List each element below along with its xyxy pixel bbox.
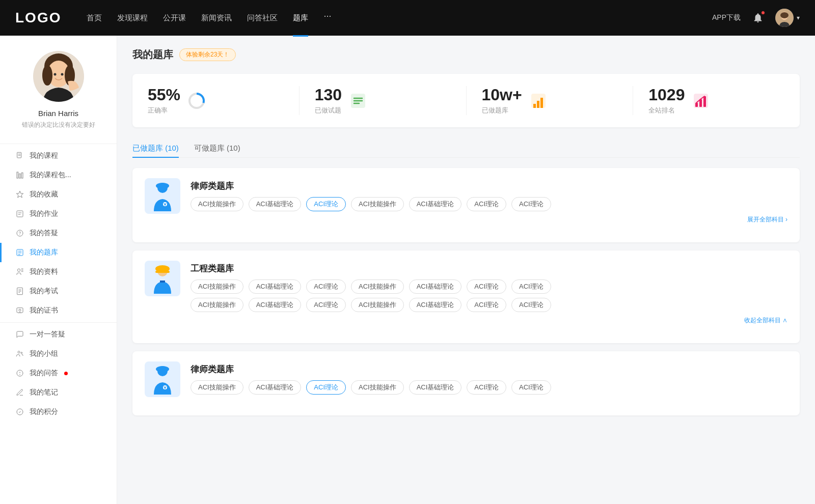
tag[interactable]: ACI基础理论 bbox=[409, 279, 462, 294]
sidebar-item-my-favorites[interactable]: 我的收藏 bbox=[0, 185, 117, 204]
tag[interactable]: ACI技能操作 bbox=[191, 197, 243, 211]
nav-news[interactable]: 新闻资讯 bbox=[201, 11, 232, 25]
tab-available-banks[interactable]: 可做题库 (10) bbox=[194, 139, 240, 157]
sidebar-item-my-profile[interactable]: 我的资料 bbox=[0, 262, 117, 282]
svg-point-35 bbox=[19, 309, 21, 311]
stat-done-banks: 10w+ 已做题库 bbox=[467, 86, 634, 115]
nav-home[interactable]: 首页 bbox=[87, 11, 102, 25]
notes-icon bbox=[15, 388, 24, 397]
tag[interactable]: ACI基础理论 bbox=[249, 298, 302, 312]
tag[interactable]: ACI理论 bbox=[511, 380, 551, 395]
svg-point-64 bbox=[156, 366, 169, 372]
navbar-right: APP下载 ▾ bbox=[712, 9, 800, 27]
list-icon bbox=[349, 92, 367, 110]
tag[interactable]: ACI理论 bbox=[306, 298, 346, 312]
tag[interactable]: ACI基础理论 bbox=[249, 279, 302, 294]
tag[interactable]: ACI技能操作 bbox=[351, 197, 404, 211]
app-download-link[interactable]: APP下载 bbox=[712, 13, 741, 22]
tag[interactable]: ACI技能操作 bbox=[191, 298, 243, 312]
bank-icon bbox=[529, 92, 548, 110]
tag[interactable]: ACI技能操作 bbox=[351, 380, 404, 395]
rank-icon bbox=[692, 92, 710, 110]
sidebar: Brian Harris 错误的决定比没有决定要好 我的课程 我的课程包... … bbox=[0, 36, 117, 504]
bar-icon bbox=[15, 171, 24, 180]
sidebar-item-my-questions[interactable]: ? 我的答疑 bbox=[0, 223, 117, 243]
user-avatar-menu[interactable]: ▾ bbox=[775, 9, 800, 27]
svg-point-57 bbox=[156, 183, 169, 189]
nav-qa[interactable]: 问答社区 bbox=[247, 11, 278, 25]
file-icon bbox=[15, 151, 24, 160]
tag[interactable]: ACI基础理论 bbox=[409, 298, 462, 312]
sidebar-item-label: 我的课程包... bbox=[30, 171, 71, 180]
points-icon bbox=[15, 407, 24, 416]
notification-bell-icon[interactable] bbox=[751, 11, 765, 25]
sidebar-item-my-cert[interactable]: 我的证书 bbox=[0, 301, 117, 320]
sidebar-item-my-notes[interactable]: 我的笔记 bbox=[0, 383, 117, 402]
tag[interactable]: ACI理论 bbox=[467, 380, 506, 395]
sidebar-item-label: 我的答疑 bbox=[30, 229, 58, 238]
tag[interactable]: ACI理论 bbox=[467, 197, 506, 211]
tag[interactable]: ACI理论 bbox=[511, 197, 551, 211]
nav-discover[interactable]: 发现课程 bbox=[117, 11, 148, 25]
trial-badge: 体验剩余23天！ bbox=[179, 48, 236, 61]
stat-rank: 1029 全站排名 bbox=[633, 86, 800, 115]
tag[interactable]: ACI技能操作 bbox=[191, 380, 243, 395]
lawyer-icon-wrap bbox=[145, 178, 180, 214]
tag[interactable]: ACI理论 bbox=[467, 279, 506, 294]
sidebar-item-my-packages[interactable]: 我的课程包... bbox=[0, 165, 117, 185]
svg-rect-50 bbox=[537, 101, 539, 108]
sidebar-item-my-homework[interactable]: 我的作业 bbox=[0, 204, 117, 223]
sidebar-item-label: 我的课程 bbox=[30, 151, 58, 160]
qbank-card-header: 律师类题库 ACI技能操作 ACI基础理论 ACI理论 ACI技能操作 ACI基… bbox=[145, 178, 787, 224]
collapse-link-engineer1[interactable]: 收起全部科目 ∧ bbox=[191, 316, 787, 325]
svg-marker-16 bbox=[16, 191, 23, 198]
tag[interactable]: ACI基础理论 bbox=[409, 380, 462, 395]
qbank-icon bbox=[15, 248, 24, 257]
exam-icon bbox=[15, 287, 24, 296]
tag-selected[interactable]: ACI理论 bbox=[306, 380, 346, 395]
navbar: LOGO 首页 发现课程 公开课 新闻资讯 问答社区 题库 ··· APP下载 bbox=[0, 0, 815, 36]
stat-done-banks-label: 已做题库 bbox=[482, 106, 522, 115]
sidebar-item-my-exam[interactable]: 我的考试 bbox=[0, 282, 117, 301]
expand-link-lawyer1[interactable]: 展开全部科目 › bbox=[191, 215, 787, 224]
svg-point-37 bbox=[21, 352, 22, 354]
stat-done-banks-value: 10w+ bbox=[482, 86, 522, 104]
sidebar-item-my-points[interactable]: 我的积分 bbox=[0, 402, 117, 422]
profile-avatar bbox=[33, 51, 84, 102]
sidebar-item-label: 我的问答 bbox=[30, 369, 58, 378]
engineer-icon-wrap bbox=[145, 261, 180, 296]
svg-point-36 bbox=[18, 351, 20, 353]
svg-rect-15 bbox=[21, 173, 23, 178]
sidebar-item-my-group[interactable]: 我的小组 bbox=[0, 344, 117, 363]
tag[interactable]: ACI理论 bbox=[306, 279, 346, 294]
tab-done-banks[interactable]: 已做题库 (10) bbox=[132, 139, 179, 157]
tag-selected[interactable]: ACI理论 bbox=[306, 197, 346, 211]
tag[interactable]: ACI理论 bbox=[467, 298, 506, 312]
qbank-name-lawyer1: 律师类题库 bbox=[191, 180, 787, 192]
sidebar-item-my-courses[interactable]: 我的课程 bbox=[0, 146, 117, 165]
star-icon bbox=[15, 190, 24, 199]
profile-motto: 错误的决定比没有决定要好 bbox=[14, 121, 103, 129]
qbank-card-lawyer1: 律师类题库 ACI技能操作 ACI基础理论 ACI理论 ACI技能操作 ACI基… bbox=[132, 168, 800, 242]
svg-rect-61 bbox=[155, 271, 170, 273]
nav-more[interactable]: ··· bbox=[323, 11, 331, 25]
tag[interactable]: ACI技能操作 bbox=[351, 279, 404, 294]
homework-icon bbox=[15, 209, 24, 218]
tag[interactable]: ACI基础理论 bbox=[249, 380, 302, 395]
sidebar-item-my-answers[interactable]: 我的问答 bbox=[0, 363, 117, 383]
nav-qbank[interactable]: 题库 bbox=[293, 11, 308, 25]
tag[interactable]: ACI技能操作 bbox=[351, 298, 404, 312]
tag[interactable]: ACI技能操作 bbox=[191, 279, 243, 294]
tag[interactable]: ACI理论 bbox=[511, 279, 551, 294]
tag[interactable]: ACI基础理论 bbox=[249, 197, 302, 211]
sidebar-item-one-on-one[interactable]: 一对一答疑 bbox=[0, 325, 117, 344]
svg-point-9 bbox=[61, 73, 63, 76]
sidebar-item-my-qbank[interactable]: 我的题库 bbox=[0, 243, 117, 262]
tag[interactable]: ACI理论 bbox=[511, 298, 551, 312]
logo: LOGO bbox=[15, 10, 61, 26]
pie-icon bbox=[187, 92, 206, 110]
svg-point-8 bbox=[53, 73, 56, 76]
tag[interactable]: ACI基础理论 bbox=[409, 197, 462, 211]
group-icon bbox=[15, 349, 24, 358]
nav-open[interactable]: 公开课 bbox=[163, 11, 186, 25]
